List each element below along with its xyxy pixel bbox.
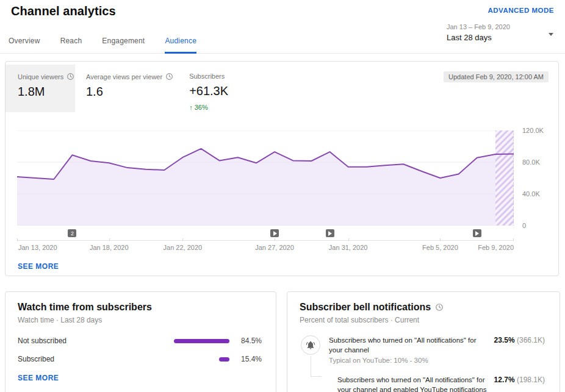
x-axis-label: Jan 31, 2020 [329,244,368,251]
analytics-tabs: Overview Reach Engagement Audience [0,29,565,54]
clock-icon [435,303,444,312]
tab-overview[interactable]: Overview [9,29,40,53]
bell-stat-text: Subscribers who turned on "All notificat… [337,375,494,392]
y-axis-label: 120.0K [522,127,554,134]
metric-card-subscribers[interactable]: Subscribers +61.3K ↑ 36% [189,65,228,112]
videos-published-count-marker[interactable]: 2 [68,229,76,237]
x-axis-label: Jan 27, 2020 [255,244,294,251]
y-axis-label: 80.0K [522,159,554,166]
x-axis-label: Feb 9, 2020 [478,244,514,251]
updated-badge: Updated Feb 9, 2020, 12:00 AM [444,71,549,82]
play-icon [328,231,332,236]
tab-reach[interactable]: Reach [60,29,82,53]
see-more-link[interactable]: SEE MORE [18,262,59,271]
up-arrow-icon: ↑ [189,104,193,111]
x-axis-tick [440,238,441,241]
card-subtitle: Percent of total subscribers · Current [300,316,547,324]
x-axis-tick [513,238,514,241]
y-axis-label: 40.0K [522,190,554,198]
bar-not-subscribed [174,339,229,343]
card-subtitle: Watch time · Last 28 days [18,316,264,324]
metric-label: Subscribers [189,73,228,80]
metric-label: Unique viewers [18,73,75,80]
x-axis: Jan 13, 2020 Jan 18, 2020 Jan 22, 2020 J… [17,240,514,254]
play-icon [273,231,277,236]
bar-track [164,339,229,343]
x-axis-tick [275,238,275,241]
x-axis-label: Feb 5, 2020 [422,244,458,251]
connector-line [311,356,322,377]
bell-avatar [301,335,320,355]
y-axis-label: 0 [522,222,554,229]
bell-icon [306,340,315,350]
watch-time-bars: Not subscribed 84.5% Subscribed 15.4% [5,332,276,368]
see-more-link[interactable]: SEE MORE [18,374,59,382]
audience-line-chart[interactable]: 120.0K 80.0K 40.0K 0 [17,130,514,226]
line-chart-canvas [17,130,514,226]
advanced-mode-button[interactable]: ADVANCED MODE [488,7,554,14]
bar-subscribed [219,357,229,362]
audience-overview-card: Unique viewers 1.8M Average views per vi… [5,61,559,276]
bell-stat-text: Subscribers who turned on "All notificat… [329,335,494,365]
bell-stat-value: 12.7% (198.1K) [494,375,545,384]
card-title: Watch time from subscribers [18,302,264,313]
bar-percent: 84.5% [237,337,262,345]
bar-row-subscribed[interactable]: Subscribed 15.4% [5,350,276,368]
clock-icon [165,73,173,80]
chart-event-markers: 2 [17,228,514,240]
page-title: Channel analytics [11,4,116,18]
x-axis-tick [348,238,349,241]
play-icon [475,231,479,236]
metric-card-average-views-per-viewer[interactable]: Average views per viewer 1.6 [86,65,173,112]
typical-range-text: Typical on YouTube: 10% - 30% [329,355,489,365]
metric-card-unique-viewers[interactable]: Unique viewers 1.8M [5,65,75,112]
bar-percent: 15.4% [237,355,262,363]
video-published-marker[interactable] [473,229,481,237]
metric-delta: ↑ 36% [189,104,228,111]
tab-engagement[interactable]: Engagement [102,29,145,53]
video-published-marker[interactable] [270,229,279,237]
x-axis-tick [182,238,183,241]
x-axis-label: Jan 22, 2020 [164,244,203,251]
x-axis-label: Jan 18, 2020 [90,244,129,251]
x-axis-label: Jan 13, 2020 [18,244,57,251]
video-published-marker[interactable] [326,229,334,237]
metric-value: 1.6 [86,85,173,99]
bar-label: Not subscribed [18,337,164,345]
tab-audience[interactable]: Audience [165,29,196,53]
bell-stat-value: 23.5% (366.1K) [494,335,545,344]
metric-label: Average views per viewer [86,73,173,80]
bell-stat-row: Subscribers who turned on "All notificat… [287,335,560,365]
watch-time-card: Watch time from subscribers Watch time ·… [5,291,276,392]
bar-row-not-subscribed[interactable]: Not subscribed 84.5% [5,332,276,350]
bar-track [164,357,229,362]
bell-stats: Subscribers who turned on "All notificat… [287,335,560,392]
bell-stat-row: Subscribers who turned on "All notificat… [287,375,560,392]
x-axis-tick [17,238,18,241]
metric-value: 1.8M [18,85,75,99]
card-title: Subscriber bell notifications [300,302,547,313]
bell-notifications-card: Subscriber bell notifications Percent of… [287,291,560,392]
metric-value: +61.3K [189,84,228,98]
clock-icon [67,73,74,80]
x-axis-tick [109,238,110,241]
metric-cards-row: Unique viewers 1.8M Average views per vi… [5,62,558,112]
channel-analytics-page: Channel analytics ADVANCED MODE Jan 13 –… [0,0,565,392]
bar-label: Subscribed [18,355,164,363]
